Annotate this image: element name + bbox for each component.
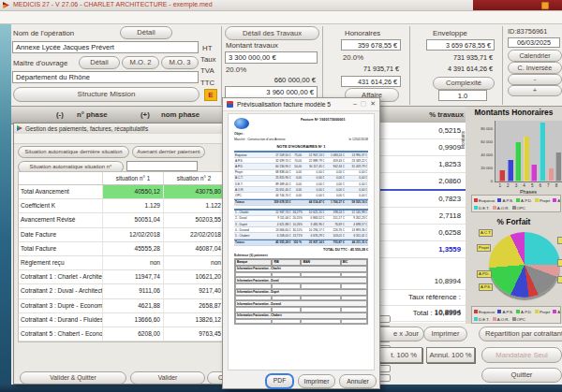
situation1-value: 45555,28 <box>103 242 164 255</box>
legend-item: A.P.D. <box>516 310 532 314</box>
pdf-button[interactable]: PDF <box>265 373 294 389</box>
dialog-imprimer-button[interactable]: Imprimer <box>298 374 335 388</box>
payments-row[interactable]: Cotraitant 3 : Dupré - Economiste 4621,8… <box>19 299 225 313</box>
situation1-value: non <box>103 256 164 269</box>
detail-travaux-button[interactable]: Détail des Travaux <box>225 26 319 40</box>
payments-row[interactable]: Total Facture 45555,28 46087,04 <box>19 242 225 256</box>
legend-swatch <box>497 198 501 202</box>
valider-button[interactable]: Valider <box>130 371 205 385</box>
valider-quitter-button[interactable]: Valider & Quitter <box>20 371 126 385</box>
dialog-annuler-button[interactable]: Annuler <box>339 374 377 388</box>
header-empty <box>19 172 103 184</box>
taux-tva-travaux: 20.0% <box>226 65 246 74</box>
payments-row[interactable]: Avancement Révisé 50051,04 50203,55 <box>19 213 225 227</box>
payments-row[interactable]: Date Facture 12/02/2018 22/02/2018 <box>19 228 225 242</box>
enveloppe-ht-field[interactable]: 3 659 678,55 € <box>426 39 495 51</box>
divider <box>502 26 503 105</box>
payments-row[interactable]: Total Avancement 40550,12 43075,80 <box>19 185 225 199</box>
enveloppe-ttc: 4 391 614,26 € <box>426 65 493 73</box>
taux-label: Taux <box>200 55 215 64</box>
payments-row[interactable]: Cotraitant 2 : Duval - Architecture 9111… <box>19 284 225 298</box>
imprimer-button[interactable]: Imprimer <box>423 327 467 341</box>
legend-swatch <box>493 317 496 321</box>
montant-travaux-input[interactable]: 3 300 000,00 € <box>225 51 318 64</box>
window-title: MEDICIS 27 - V 27.06 - CHARLET ARCHITECT… <box>13 1 213 7</box>
honoraires-tva: 71 935,71 € <box>341 65 399 73</box>
pie-callout-projet: Projet <box>477 244 491 252</box>
enveloppe-label: Enveloppe <box>433 29 467 37</box>
invoice-page: Facture N° 1920173000001 Objet : Marché … <box>228 113 375 370</box>
honoraires-ttc-field[interactable]: 431 614,26 € <box>341 76 401 87</box>
structure-mission-button[interactable]: Structure Mission <box>13 87 200 102</box>
legend-swatch <box>474 198 478 202</box>
bar-phase-6 <box>540 123 545 181</box>
annul-100-button[interactable]: Annul. 100 % <box>426 347 475 363</box>
pct-travaux-header: % travaux <box>381 110 464 119</box>
honoraires-label: Honoraires <box>345 29 380 37</box>
date-field[interactable]: 06/03/2025 <box>508 37 560 48</box>
minimize-icon[interactable]: – <box>353 100 357 107</box>
phase-plus[interactable]: (+) <box>140 110 150 119</box>
phase-pct-row[interactable]: 2,0860 <box>380 173 466 191</box>
operation-detail-button[interactable]: Détail <box>120 26 172 39</box>
phase-pct-row[interactable]: 0,5215 <box>380 123 466 139</box>
situation-auto-derniere-button[interactable]: Situation automatique dernière situation <box>18 146 129 158</box>
pie-callout-aps: A.P.S. <box>479 283 493 291</box>
payments-row[interactable]: Règlement reçu non non <box>19 256 225 270</box>
payments-row[interactable]: Cotraitant 5 : Chabert - Economiste 6208… <box>19 327 225 341</box>
situation2-value: 13826,12 <box>164 313 225 327</box>
complexite-input[interactable]: 1.0 <box>438 90 487 101</box>
legend-item: Projet <box>535 198 550 203</box>
header-situation-1[interactable]: situation n° 1 <box>103 172 164 184</box>
plus-button[interactable]: + <box>508 85 562 96</box>
e-indicator[interactable]: E <box>204 89 217 101</box>
ttc-label: TTC <box>200 79 214 87</box>
bar-phase-2 <box>508 160 513 181</box>
close-icon[interactable]: ✕ <box>370 100 376 108</box>
n-phase-header: n° phase <box>77 110 108 119</box>
payments-row[interactable]: Cotraitant 1 : Charlet - Architecte 1194… <box>19 270 225 284</box>
phase-pct-row[interactable]: 0,6258 <box>380 225 466 241</box>
minus-button[interactable]: - <box>508 74 562 85</box>
repartition-button[interactable]: Répartition par cotraitant <box>479 327 562 341</box>
desktop-wallpaper <box>0 24 11 385</box>
operation-input[interactable]: Annexe Lycée Jacques Prévert <box>12 41 199 53</box>
complexite-button[interactable]: Complexité <box>433 77 495 90</box>
client-input[interactable]: Département du Rhône <box>12 71 199 83</box>
honoraires-ht-field[interactable]: 359 678,55 € <box>341 39 401 51</box>
mo3-button[interactable]: M.O. 3 <box>161 56 199 69</box>
phase-pct-row[interactable]: 1,3559 <box>380 241 466 258</box>
phase-pct-row[interactable]: 0,9909 <box>380 139 466 156</box>
header-situation-2[interactable]: situation n° 2 <box>164 172 225 184</box>
payments-row[interactable]: Coefficient K 1.129 1.122 <box>19 199 225 213</box>
invoice-number: Facture N° 1920173000001 <box>301 118 368 122</box>
calendrier-button[interactable]: Calendrier <box>508 50 562 62</box>
situation-n-input[interactable] <box>126 161 198 171</box>
phase-pct-row[interactable]: 1,8253 <box>380 156 466 173</box>
mo2-button[interactable]: M.O. 2 <box>122 56 159 69</box>
dialog-titlebar[interactable]: Prévisualisation facture modèle 5 – ▢ ✕ <box>223 98 379 111</box>
bar-chart-title: Montants Honoraires <box>466 108 562 117</box>
notification-flag-icon[interactable] <box>541 2 549 9</box>
situation1-value: 50051,04 <box>103 213 164 226</box>
pct-value: 2,7118 <box>439 211 461 220</box>
phase-pct-row[interactable]: 2,7118 <box>380 208 466 225</box>
phase-pct-row[interactable]: 0,7823 <box>380 191 466 208</box>
row-label: Cotraitant 5 : Chabert - Economiste <box>19 327 103 341</box>
note-honoraires-title: NOTE D'HONORAIRES N° 1 <box>234 144 368 149</box>
legend-item: A.P.S. <box>497 198 513 203</box>
quitter-button[interactable]: Quitter <box>481 368 562 383</box>
row-label: Cotraitant 4 : Durand - Fluides <box>19 313 103 327</box>
avenant-dernier-paiement-button[interactable]: Avenant dernier paiement <box>132 146 205 158</box>
payments-row[interactable]: Cotraitant 4 : Durand - Fluides 13666,60… <box>19 313 225 327</box>
situation1-value: 12/02/2018 <box>103 228 164 241</box>
client-detail-button[interactable]: Détail <box>79 56 120 69</box>
bar-chart-yticks: 020 00040 00060 00080 000 <box>468 121 494 181</box>
legend-swatch <box>474 310 478 313</box>
bar-chart <box>495 121 562 182</box>
pct-value: 0,7823 <box>438 195 461 203</box>
dialog-title: Prévisualisation facture modèle 5 <box>237 101 331 108</box>
c-inversee-button[interactable]: C. Inversée <box>508 62 562 74</box>
payments-rows: Total Avancement 40550,12 43075,80 Coeff… <box>19 185 225 341</box>
phase-minus[interactable]: (-) <box>56 110 64 119</box>
